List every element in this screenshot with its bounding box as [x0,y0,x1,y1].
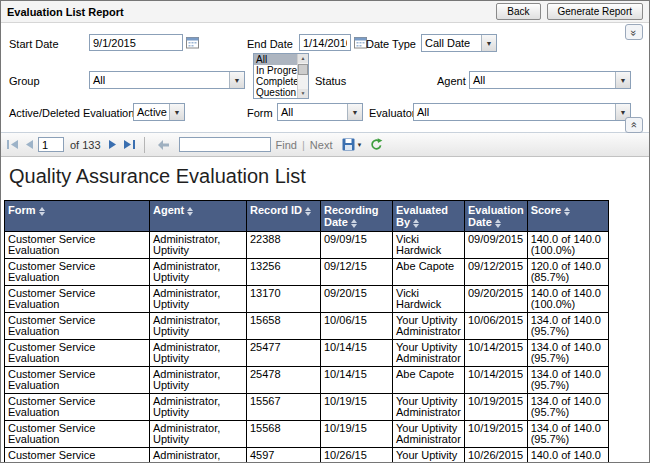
sort-icon[interactable] [39,207,45,216]
generate-report-button[interactable]: Generate Report [547,3,644,20]
cell: 120.0 of 140.0 (85.7%) [527,259,608,286]
sort-icon[interactable] [305,207,311,216]
cell: 10/14/2015 [465,367,528,394]
first-page-button[interactable] [6,139,20,150]
column-header-form[interactable]: Form [5,201,150,232]
scrollbar-thumb[interactable] [298,64,308,75]
status-options: AllIn ProgressCompleteQuestion [254,54,297,98]
cell: 10/19/2015 [465,421,528,448]
status-listbox[interactable]: AllIn ProgressCompleteQuestion ▲ ▼ [253,53,309,99]
parent-report-button[interactable] [158,140,170,150]
chevron-down-icon: ▼ [615,72,630,88]
cell: Administrator, Uptivity [150,232,247,259]
column-label: Score [531,204,562,216]
cell: 134.0 of 140.0 (95.7%) [527,421,608,448]
cell: Administrator, Uptivity [150,421,247,448]
page-number-input[interactable] [38,137,64,152]
cell: Customer Service Evaluation [5,394,150,421]
end-date-input[interactable] [299,34,351,51]
cell: Your Uptivity Administrator [393,313,465,340]
cell: Customer Service Evaluation [5,286,150,313]
find-text-input[interactable] [179,137,271,152]
chevron-down-icon: ▼ [229,72,244,88]
next-page-icon [108,140,118,149]
cell: Administrator, Uptivity [150,286,247,313]
form-select[interactable]: All ▼ [277,103,363,121]
start-date-input[interactable] [89,34,183,51]
table-row: Customer Service EvaluationAdministrator… [5,313,609,340]
scroll-down-icon[interactable]: ▼ [298,89,308,98]
table-row: Customer Service EvaluationAdministrator… [5,421,609,448]
status-option[interactable]: All [254,54,297,65]
column-header-agent[interactable]: Agent [150,201,247,232]
cell: 10/19/2015 [465,394,528,421]
evaluator-label: Evaluator [369,107,415,119]
column-header-record-id[interactable]: Record ID [247,201,321,232]
sort-icon[interactable] [413,219,419,228]
cell: 09/20/2015 [465,286,528,313]
column-header-recording-date[interactable]: Recording Date [321,201,393,232]
find-link[interactable]: Find [276,139,297,151]
expand-button[interactable]: » [625,117,643,133]
column-header-evaluated-by[interactable]: Evaluated By [393,201,465,232]
active-deleted-select[interactable]: Active ▼ [133,103,185,121]
status-option[interactable]: Complete [254,76,297,87]
cell: 140.0 of 140.0 (100.0%) [527,286,608,313]
page-title: Evaluation List Report [7,6,124,18]
cell: 09/09/2015 [465,232,528,259]
cell: 25477 [247,340,321,367]
cell: Abe Capote [393,367,465,394]
date-type-label: Date Type [366,38,416,50]
cell: Customer Service Evaluation [5,313,150,340]
next-page-button[interactable] [107,139,119,150]
cell: 13256 [247,259,321,286]
cell: 10/14/15 [321,340,393,367]
next-link[interactable]: Next [310,139,333,151]
column-header-score[interactable]: Score [527,201,608,232]
group-select[interactable]: All ▼ [89,71,245,89]
status-option[interactable]: In Progress [254,65,297,76]
cell: 134.0 of 140.0 (95.7%) [527,340,608,367]
cell: 10/26/15 [321,448,393,464]
last-page-button[interactable] [122,139,136,150]
cell: Customer Service Evaluation [5,421,150,448]
column-header-evaluation-date[interactable]: Evaluation Date [465,201,528,232]
sort-icon[interactable] [564,207,570,216]
previous-page-button[interactable] [23,139,35,150]
refresh-button[interactable] [370,138,383,151]
start-date-calendar-icon[interactable] [186,36,199,49]
double-chevron-down-icon: » [629,29,640,34]
sort-icon[interactable] [495,219,501,228]
cell: 10/19/15 [321,394,393,421]
form-label: Form [247,107,273,119]
column-label: Evaluated By [396,204,448,228]
refresh-icon [370,138,383,151]
status-listbox-scrollbar[interactable]: ▲ ▼ [297,54,308,98]
agent-select[interactable]: All ▼ [469,71,631,89]
cell: 10/14/15 [321,367,393,394]
collapse-filters-button[interactable]: » [625,24,643,40]
find-next-separator: | [302,139,305,151]
evaluator-select[interactable]: All ▼ [413,103,631,121]
export-button[interactable]: ▼ [342,138,362,151]
scroll-up-icon[interactable]: ▲ [298,54,308,63]
date-type-select[interactable]: Call Date ▼ [421,34,497,52]
back-button[interactable]: Back [496,3,540,20]
sort-icon[interactable] [351,219,357,228]
chevron-down-icon: ▼ [481,35,496,51]
cell: 09/12/15 [321,259,393,286]
cell: 140.0 of 140.0 (100.0%) [527,448,608,464]
sort-icon[interactable] [187,207,193,216]
report-toolbar: of 133 Find | Next ▼ [1,133,649,157]
form-value: All [278,106,293,118]
cell: Administrator, Uptivity [150,313,247,340]
cell: Your Uptivity Administrator [393,394,465,421]
cell: 134.0 of 140.0 (95.7%) [527,367,608,394]
cell: 09/20/15 [321,286,393,313]
column-label: Record ID [250,204,302,216]
cell: Administrator, Uptivity [150,367,247,394]
table-row: Customer Service EvaluationAdministrator… [5,340,609,367]
cell: 10/14/2015 [465,340,528,367]
status-option[interactable]: Question [254,87,297,98]
column-label: Form [8,204,36,216]
